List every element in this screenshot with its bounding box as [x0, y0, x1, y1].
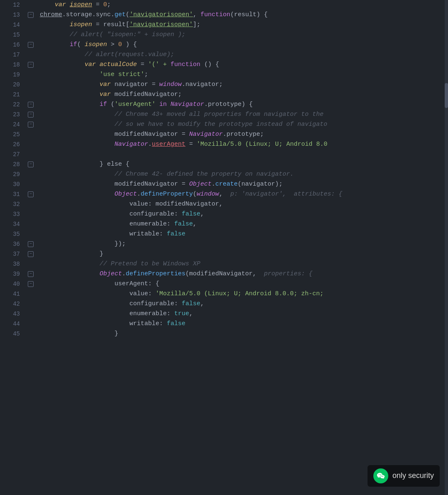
gutter-cell [25, 130, 37, 140]
line-number: 13 [0, 10, 20, 20]
gutter-cell: − [25, 239, 37, 249]
watermark-label: only security [392, 470, 434, 482]
line-number: 18 [0, 60, 20, 70]
line-number: 40 [0, 279, 20, 289]
code-line: isopen = result['navigatorisopen']; [40, 20, 445, 30]
gutter-cell [25, 329, 37, 339]
code-line: writable: false [40, 319, 445, 329]
code-line: if ('userAgent' in Navigator.prototype) … [40, 100, 445, 110]
gutter-cell [25, 299, 37, 309]
gutter-cell [25, 259, 37, 269]
gutter-cell [25, 140, 37, 149]
line-number: 37 [0, 249, 20, 259]
gutter-cell: − [25, 40, 37, 50]
code-line: var modifiedNavigator; [40, 90, 445, 100]
line-number: 20 [0, 80, 20, 90]
line-number: 33 [0, 209, 20, 219]
fold-icon[interactable]: − [28, 12, 34, 18]
gutter-cell [25, 50, 37, 60]
gutter-cell [25, 289, 37, 299]
line-number: 38 [0, 259, 20, 269]
gutter-cell [25, 90, 37, 100]
code-line: // so we have to modify the prototype in… [40, 120, 445, 130]
line-number: 42 [0, 299, 20, 309]
code-line: enumerable: true, [40, 309, 445, 319]
code-content: var isopen = 0;chrome.storage.sync.get('… [37, 0, 445, 495]
line-number: 41 [0, 289, 20, 299]
gutter-cell [25, 229, 37, 239]
code-line: Object.defineProperty(window, p: 'naviga… [40, 189, 445, 199]
fold-icon[interactable]: − [28, 102, 34, 108]
fold-icon[interactable]: − [28, 251, 34, 257]
gutter-cell [25, 80, 37, 90]
fold-icon[interactable]: − [28, 191, 34, 197]
gutter-cell [25, 70, 37, 80]
line-number: 29 [0, 169, 20, 179]
line-number: 21 [0, 90, 20, 100]
line-number: 14 [0, 20, 20, 30]
line-number: 19 [0, 70, 20, 80]
gutter-cell [25, 0, 37, 10]
line-number: 34 [0, 219, 20, 229]
scrollbar[interactable] [445, 0, 448, 495]
fold-icon[interactable]: − [28, 62, 34, 68]
gutter-cell [25, 209, 37, 219]
code-line: value: modifiedNavigator, [40, 199, 445, 209]
fold-icon[interactable]: − [28, 122, 34, 127]
code-line: } [40, 249, 445, 259]
code-line: // Chrome 42- defined the property on na… [40, 169, 445, 179]
gutter-cell: − [25, 249, 37, 259]
gutter-cell: − [25, 269, 37, 279]
gutters: −−−−−−−−−−−− [25, 0, 37, 495]
code-line: value: 'Mozilla/5.0 (Linux; U; Android 8… [40, 289, 445, 299]
gutter-cell [25, 30, 37, 40]
code-line: // Pretend to be Windows XP [40, 259, 445, 269]
gutter-cell [25, 219, 37, 229]
scrollbar-thumb[interactable] [445, 83, 448, 108]
code-line: // alert( "isopen:" + isopen ); [40, 30, 445, 40]
gutter-cell [25, 169, 37, 179]
code-line: enumerable: false, [40, 219, 445, 229]
fold-icon[interactable]: − [28, 162, 34, 167]
line-number: 45 [0, 329, 20, 339]
code-line: writable: false [40, 229, 445, 239]
line-number: 28 [0, 159, 20, 169]
code-line: Navigator.userAgent = 'Mozilla/5.0 (Linu… [40, 140, 445, 149]
line-number: 23 [0, 110, 20, 120]
fold-icon[interactable]: − [28, 112, 34, 118]
line-number: 17 [0, 50, 20, 60]
code-line: var navigator = window.navigator; [40, 80, 445, 90]
line-number: 35 [0, 229, 20, 239]
line-number: 36 [0, 239, 20, 249]
code-line [40, 149, 445, 159]
gutter-cell: − [25, 10, 37, 20]
fold-icon[interactable]: − [28, 281, 34, 287]
gutter-cell: − [25, 100, 37, 110]
gutter-cell [25, 309, 37, 319]
gutter-cell [25, 20, 37, 30]
code-line: configurable: false, [40, 209, 445, 219]
code-line: if( isopen > 0 ) { [40, 40, 445, 50]
code-line: modifiedNavigator = Navigator.prototype; [40, 130, 445, 140]
code-line: }); [40, 239, 445, 249]
code-line: chrome.storage.sync.get('navigatorisopen… [40, 10, 445, 20]
gutter-cell: − [25, 110, 37, 120]
line-number: 25 [0, 130, 20, 140]
wechat-icon [373, 468, 388, 483]
code-line: // Chrome 43+ moved all properties from … [40, 110, 445, 120]
fold-icon[interactable]: − [28, 42, 34, 48]
fold-icon[interactable]: − [28, 271, 34, 277]
line-number: 39 [0, 269, 20, 279]
gutter-cell [25, 179, 37, 189]
line-number: 27 [0, 149, 20, 159]
line-number: 43 [0, 309, 20, 319]
gutter-cell: − [25, 159, 37, 169]
line-number: 32 [0, 199, 20, 209]
code-line: configurable: false, [40, 299, 445, 309]
gutter-cell: − [25, 189, 37, 199]
code-line: // alert(request.value); [40, 50, 445, 60]
gutter-cell: − [25, 279, 37, 289]
code-line: modifiedNavigator = Object.create(naviga… [40, 179, 445, 189]
fold-icon[interactable]: − [28, 241, 34, 247]
line-number: 16 [0, 40, 20, 50]
